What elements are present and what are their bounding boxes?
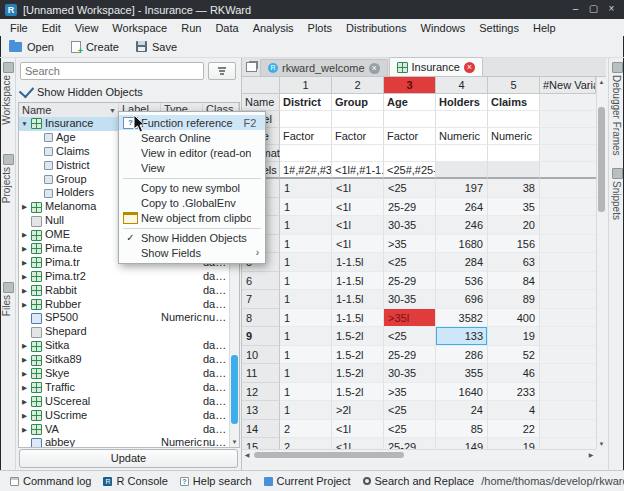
context-menu-item[interactable]: Show Fields › [119, 245, 265, 260]
metadata-cell[interactable] [488, 145, 540, 162]
sidebar-tab-debugger-frames[interactable]: Debugger Frames [611, 75, 622, 156]
object-row[interactable]: Shepard [19, 325, 229, 339]
edit or-tab[interactable]: rkward_welcome [260, 59, 388, 76]
expander-icon[interactable]: ▶ [19, 298, 30, 312]
row-number[interactable]: 15 [242, 438, 280, 449]
metadata-cell[interactable]: Factor [280, 128, 332, 145]
column-header[interactable]: 3 [384, 77, 436, 94]
cell[interactable]: 3582 [436, 309, 488, 328]
close-icon[interactable]: × [604, 2, 619, 17]
menubar-item[interactable]: Distributions [339, 21, 414, 35]
cell[interactable]: 46 [488, 364, 540, 383]
cell[interactable]: 25-29 [384, 272, 436, 291]
row-number[interactable]: 12 [242, 383, 280, 402]
cell[interactable]: 1680 [436, 235, 488, 254]
menubar-item[interactable]: Edit [35, 21, 68, 35]
cell[interactable]: 1640 [436, 383, 488, 402]
metadata-cell[interactable] [332, 111, 384, 128]
maximize-icon[interactable]: ▢ [586, 2, 601, 17]
cell[interactable]: 1 [280, 309, 332, 328]
expander-icon[interactable]: ▶ [19, 409, 30, 423]
cell[interactable]: 24 [436, 401, 488, 420]
expander-icon[interactable]: ▶ [19, 200, 30, 214]
row-number[interactable]: 14 [242, 420, 280, 439]
expander-icon[interactable]: ▼ [19, 117, 30, 131]
metadata-cell[interactable]: Holders [436, 94, 488, 111]
grid-vertical-scrollbar[interactable]: ▲ ▼ [596, 77, 606, 449]
current-project-button[interactable]: Current Project [259, 474, 356, 488]
context-menu-item[interactable]: Copy to .GlobalEnv [119, 195, 265, 210]
object-row[interactable]: ▶ UScrime data.frame [19, 409, 229, 423]
cell[interactable]: 1.5-2l [332, 383, 384, 402]
cell[interactable]: 1.5-2l [332, 346, 384, 365]
column-header-name[interactable]: Name ▼ [19, 103, 119, 117]
menubar-item[interactable]: Plots [301, 21, 339, 35]
metadata-cell[interactable] [384, 145, 436, 162]
r-console-button[interactable]: R Console [98, 474, 172, 488]
metadata-cell[interactable]: Factor [332, 128, 384, 145]
metadata-cell[interactable] [384, 111, 436, 128]
cell[interactable]: 35 [488, 198, 540, 217]
sidebar-tab-files[interactable]: Files [1, 295, 12, 316]
cell[interactable]: 30-35 [384, 364, 436, 383]
menubar-item[interactable]: View [68, 21, 106, 35]
cell[interactable]: 4 [488, 401, 540, 420]
new-variable-cell[interactable] [540, 179, 596, 198]
cell[interactable]: 536 [436, 272, 488, 291]
cell[interactable]: 25-29 [384, 198, 436, 217]
cell[interactable]: 696 [436, 290, 488, 309]
cell[interactable]: 1 [280, 346, 332, 365]
object-row[interactable]: abbey Numeric numeric [19, 436, 229, 447]
menubar-item[interactable]: Windows [414, 21, 473, 35]
metadata-cell[interactable]: Age [384, 94, 436, 111]
metadata-cell[interactable] [280, 145, 332, 162]
new-variable-cell[interactable] [540, 290, 596, 309]
cell[interactable]: >35 [384, 235, 436, 254]
cell[interactable]: 20 [488, 216, 540, 235]
cell[interactable]: 1 [280, 198, 332, 217]
titlebar[interactable]: [Unnamed Workspace] - Insurance — RKWard… [0, 0, 624, 19]
expander-icon[interactable]: ▶ [19, 395, 30, 409]
save-button[interactable]: Save [131, 39, 185, 55]
minimize-icon[interactable]: – [568, 2, 583, 17]
new-variable-cell[interactable] [540, 420, 596, 439]
cell[interactable]: 52 [488, 346, 540, 365]
new-variable-cell[interactable] [540, 111, 596, 128]
cell[interactable]: 233 [488, 383, 540, 402]
cell[interactable]: 89 [488, 290, 540, 309]
cell[interactable]: 1.5-2l [332, 327, 384, 346]
metadata-cell[interactable]: 1#,#2#,#3#,#4 [280, 162, 332, 179]
object-row[interactable]: ▶ Traffic data.frame [19, 381, 229, 395]
object-row[interactable]: SP500 Numeric numeric [19, 311, 229, 325]
cell[interactable]: 1 [280, 272, 332, 291]
grid-horizontal-scrollbar[interactable]: ◀ ▶ [242, 449, 596, 460]
metadata-cell[interactable]: Numeric [488, 128, 540, 145]
cell[interactable]: 30-35 [384, 216, 436, 235]
column-header[interactable]: 4 [436, 77, 488, 94]
metadata-row-header[interactable]: Name [242, 94, 280, 111]
help-search-button[interactable]: Help search [175, 474, 257, 488]
scroll-down-icon[interactable]: ▼ [597, 439, 606, 449]
context-menu-item[interactable]: View [119, 160, 265, 175]
metadata-cell[interactable]: Group [332, 94, 384, 111]
search-replace-button[interactable]: Search and Replace [358, 474, 480, 488]
metadata-cell[interactable]: Claims [488, 94, 540, 111]
new-variable-cell[interactable] [540, 346, 596, 365]
search-input[interactable] [20, 62, 204, 80]
cell[interactable]: 246 [436, 216, 488, 235]
expander-icon[interactable]: ▶ [19, 353, 30, 367]
new-variable-cell[interactable] [540, 216, 596, 235]
cell[interactable]: 1 [280, 216, 332, 235]
expander-icon[interactable]: ▶ [19, 367, 30, 381]
expander-icon[interactable]: ▶ [19, 284, 30, 298]
metadata-cell[interactable]: District [280, 94, 332, 111]
context-menu-item[interactable]: View in editor (read-only) [119, 145, 265, 160]
filter-options-button[interactable] [208, 62, 236, 80]
cell[interactable]: 1-1.5l [332, 290, 384, 309]
scrollbar-thumb[interactable] [598, 107, 605, 212]
new-variable-cell[interactable] [540, 235, 596, 254]
metadata-cell[interactable] [436, 145, 488, 162]
column-header[interactable]: 1 [280, 77, 332, 94]
cell[interactable]: 1 [280, 401, 332, 420]
cell[interactable]: 19 [488, 438, 540, 449]
